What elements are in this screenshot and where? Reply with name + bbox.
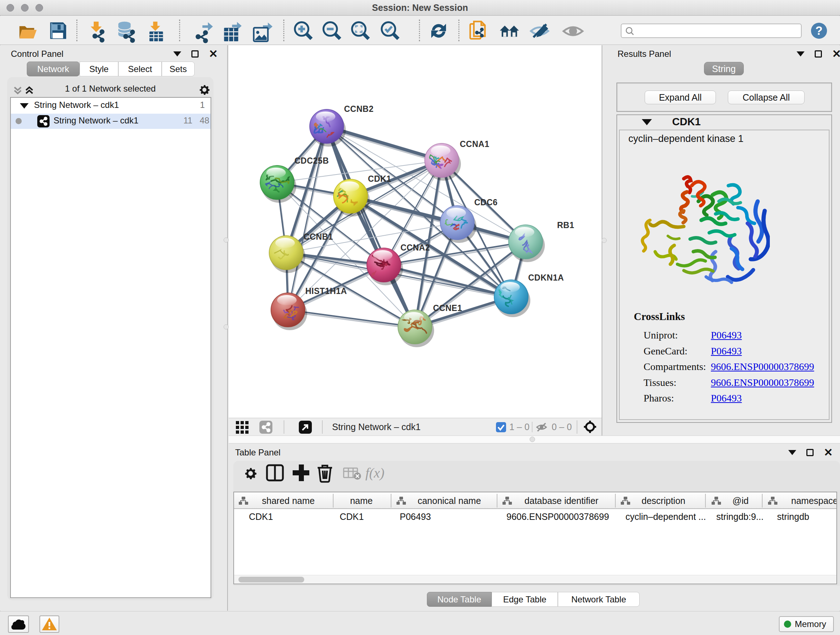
svg-text:canonical name: canonical name: [417, 496, 481, 506]
svg-text:?: ?: [815, 24, 823, 37]
svg-text:database identifier: database identifier: [524, 496, 598, 506]
svg-text:shared name: shared name: [262, 496, 315, 506]
svg-text:RB1: RB1: [557, 220, 575, 230]
svg-text:1 – 0: 1 – 0: [509, 422, 530, 432]
svg-text:CCNB2: CCNB2: [344, 104, 374, 114]
svg-text:CCNE1: CCNE1: [433, 303, 462, 313]
svg-text:@id: @id: [733, 496, 749, 506]
svg-text:CDC6: CDC6: [474, 198, 498, 207]
svg-text:CCNA1: CCNA1: [460, 139, 489, 149]
svg-text:namespace: namespace: [791, 496, 837, 506]
svg-text:CDK1: CDK1: [368, 174, 392, 184]
svg-text:CDC25B: CDC25B: [294, 156, 329, 165]
svg-text:CCNB1: CCNB1: [303, 232, 333, 241]
svg-text:0 – 0: 0 – 0: [552, 422, 572, 432]
svg-text:description: description: [642, 496, 685, 506]
svg-text:CDKN1A: CDKN1A: [528, 273, 564, 282]
svg-text:HIST1H1A: HIST1H1A: [305, 287, 347, 296]
svg-text:String Network – cdk1: String Network – cdk1: [332, 422, 421, 432]
svg-text:f(x): f(x): [365, 465, 385, 481]
svg-text:CCNA2: CCNA2: [401, 243, 430, 252]
svg-text:name: name: [350, 496, 373, 506]
